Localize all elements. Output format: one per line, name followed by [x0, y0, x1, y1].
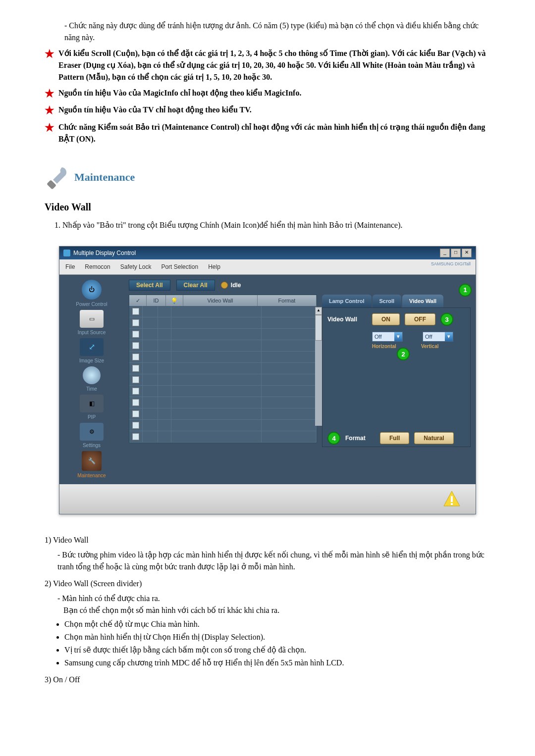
- scrollbar[interactable]: ▲: [315, 307, 322, 426]
- bullet-1: Chọn màn hình hiển thị từ Chọn Hiển thị …: [64, 631, 490, 643]
- titlebar[interactable]: Multiple Display Control _ □ ✕: [59, 247, 476, 259]
- table-row[interactable]: [129, 352, 317, 363]
- table-row[interactable]: [129, 431, 317, 443]
- step-1: 1. Nhấp vào "Bảo trì" trong cột Biểu tượ…: [54, 219, 490, 231]
- imagesize-icon: ⤢: [80, 338, 104, 356]
- row-checkbox[interactable]: [129, 329, 143, 340]
- row-videowall: [171, 340, 262, 351]
- desc-2-heading: 2) Video Wall (Screen divider): [45, 578, 490, 590]
- row-id: [143, 306, 158, 317]
- close-button[interactable]: ✕: [462, 249, 472, 257]
- table-row[interactable]: [129, 306, 317, 317]
- row-checkbox[interactable]: [129, 306, 143, 317]
- row-checkbox[interactable]: [129, 431, 143, 442]
- natural-button[interactable]: Natural: [414, 432, 453, 444]
- row-checkbox[interactable]: [129, 420, 143, 431]
- row-id: [143, 317, 158, 328]
- clear-all-button[interactable]: Clear All: [176, 280, 215, 291]
- tab-video-wall[interactable]: Video Wall: [402, 295, 443, 308]
- menu-remocon[interactable]: Remocon: [80, 261, 115, 272]
- table-row[interactable]: [129, 374, 317, 386]
- desc-2b-text: Bạn có thể chọn một số màn hình với cách…: [63, 605, 490, 616]
- table-row[interactable]: [129, 329, 317, 340]
- row-videowall: [171, 420, 262, 431]
- row-format: [262, 408, 317, 419]
- sidebar-item-label: Settings: [62, 442, 121, 449]
- row-id: [143, 431, 158, 442]
- row-format: [262, 431, 317, 442]
- sidebar-item-power[interactable]: ⏻Power Control: [62, 280, 121, 308]
- select-all-button[interactable]: Select All: [129, 280, 170, 291]
- full-button[interactable]: Full: [380, 432, 409, 444]
- row-checkbox[interactable]: [129, 408, 143, 419]
- col-videowall[interactable]: Video Wall: [183, 295, 258, 306]
- chevron-down-icon[interactable]: ▾: [445, 332, 453, 341]
- table-row[interactable]: [129, 340, 317, 352]
- callout-1: 1: [459, 284, 472, 297]
- sidebar: ⏻Power Control ▭Input Source ⤢Image Size…: [59, 275, 124, 484]
- sidebar-item-label: PIP: [62, 413, 121, 421]
- col-lamp[interactable]: 💡: [166, 295, 183, 306]
- scroll-up-icon[interactable]: ▲: [315, 307, 322, 315]
- star-icon: ★: [45, 48, 54, 83]
- row-checkbox[interactable]: [129, 397, 143, 408]
- menu-file[interactable]: File: [60, 261, 80, 272]
- vertical-label: Vertical: [421, 343, 439, 350]
- sidebar-item-imagesize[interactable]: ⤢Image Size: [62, 338, 121, 364]
- on-button[interactable]: ON: [372, 313, 400, 325]
- table-row[interactable]: [129, 386, 317, 397]
- maximize-button[interactable]: □: [451, 249, 461, 257]
- maintenance-icon: 🔧: [82, 451, 102, 471]
- menu-safetylock[interactable]: Safety Lock: [115, 261, 157, 272]
- row-format: [262, 420, 317, 431]
- row-checkbox[interactable]: [129, 374, 143, 385]
- menu-help[interactable]: Help: [203, 261, 225, 272]
- star-icon: ★: [45, 121, 54, 145]
- row-format: [262, 386, 317, 397]
- settings-icon: ⚙: [80, 423, 104, 441]
- tab-lamp-control[interactable]: Lamp Control: [322, 295, 372, 308]
- svg-rect-2: [451, 503, 453, 505]
- table-row[interactable]: [129, 363, 317, 374]
- col-id[interactable]: ID: [147, 295, 166, 306]
- row-checkbox[interactable]: [129, 340, 143, 351]
- row-format: [262, 340, 317, 351]
- idle-dot-icon: [221, 282, 228, 289]
- row-lamp: [158, 329, 171, 340]
- row-checkbox[interactable]: [129, 363, 143, 374]
- desc-2a-text: - Màn hình có thể được chia ra.: [57, 593, 490, 605]
- table-row[interactable]: [129, 408, 317, 420]
- scroll-thumb[interactable]: [315, 315, 322, 341]
- sidebar-item-settings[interactable]: ⚙Settings: [62, 423, 121, 449]
- vertical-dropdown[interactable]: Off▾: [423, 332, 453, 342]
- horizontal-dropdown[interactable]: Off▾: [372, 332, 403, 342]
- panel-body: Video Wall ON OFF 3 Off▾ Off▾ Horizontal…: [322, 307, 471, 447]
- format-label: Format: [345, 434, 375, 443]
- menu-portselection[interactable]: Port Selection: [156, 261, 203, 272]
- row-checkbox[interactable]: [129, 386, 143, 397]
- table-row[interactable]: [129, 420, 317, 431]
- row-videowall: [171, 329, 262, 340]
- row-checkbox[interactable]: [129, 317, 143, 328]
- col-format[interactable]: Format: [258, 295, 317, 306]
- minimize-button[interactable]: _: [440, 249, 450, 257]
- tab-scroll[interactable]: Scroll: [373, 295, 402, 308]
- chevron-down-icon[interactable]: ▾: [394, 332, 402, 341]
- off-button[interactable]: OFF: [405, 313, 435, 325]
- sidebar-item-input[interactable]: ▭Input Source: [62, 310, 121, 336]
- table-row[interactable]: [129, 317, 317, 329]
- row-id: [143, 340, 158, 351]
- table-row[interactable]: [129, 397, 317, 408]
- star-icon: ★: [45, 104, 54, 117]
- callout-1-wrap: 1: [459, 284, 472, 297]
- row-format: [262, 397, 317, 408]
- sidebar-item-time[interactable]: Time: [62, 366, 121, 393]
- sidebar-item-maintenance[interactable]: 🔧Maintenance: [62, 451, 121, 479]
- row-checkbox[interactable]: [129, 352, 143, 362]
- desc-3-heading: 3) On / Off: [45, 674, 490, 686]
- sidebar-item-pip[interactable]: ◧PIP: [62, 395, 121, 421]
- col-check[interactable]: ✓: [129, 295, 147, 306]
- row-lamp: [158, 397, 171, 408]
- display-grid: ✓ ID 💡 Video Wall Format: [129, 295, 317, 444]
- row-videowall: [171, 306, 262, 317]
